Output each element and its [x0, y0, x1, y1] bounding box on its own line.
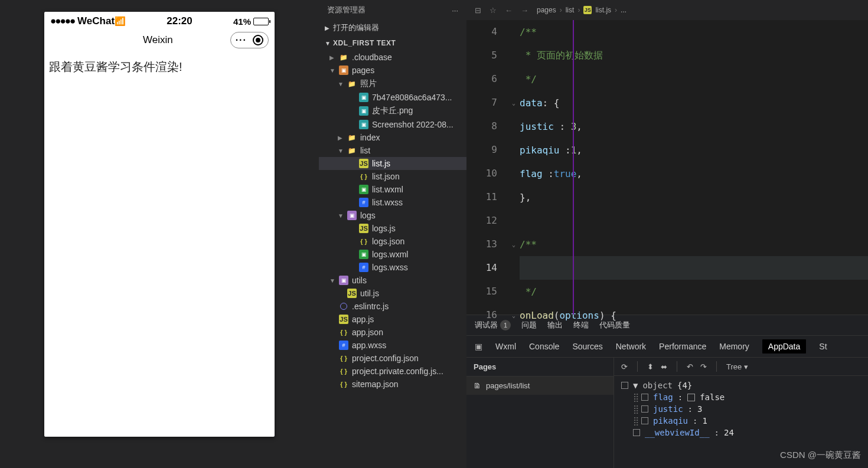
file-util-js[interactable]: JSutil.js	[319, 287, 466, 300]
tab-wxml[interactable]: Wxml	[495, 342, 516, 351]
more-icon[interactable]: ···	[452, 6, 458, 15]
file-list-wxss[interactable]: #list.wxss	[319, 196, 466, 209]
file-image[interactable]: ▣7b47e8086ac6a473...	[319, 91, 466, 104]
explorer-title: 资源管理器	[327, 5, 366, 15]
file-image[interactable]: ▣皮卡丘.png	[319, 104, 466, 118]
battery-status: 41%	[233, 17, 269, 27]
file-logs-json[interactable]: { }logs.json	[319, 235, 466, 248]
tab-more[interactable]: St	[819, 342, 827, 351]
drag-icon[interactable]: ⣿	[633, 404, 637, 414]
close-mini-icon[interactable]	[253, 35, 263, 45]
image-icon: ▣	[359, 93, 368, 102]
line-gutter: 4 5 6 7 8 9 10 11 12 13 14 15 16	[466, 20, 508, 315]
file-logs-js[interactable]: JSlogs.js	[319, 222, 466, 235]
folder-logs[interactable]: ▼▣logs	[319, 209, 466, 222]
explorer-title-bar: 资源管理器 ···	[319, 0, 466, 20]
tab-console[interactable]: Console	[529, 342, 559, 351]
tab-appdata[interactable]: AppData	[762, 339, 806, 354]
folder-index[interactable]: ▶📁index	[319, 131, 466, 144]
bookmark-icon[interactable]: ☆	[490, 6, 497, 15]
pages-header: Pages	[466, 358, 614, 377]
drag-icon[interactable]: ⣿	[633, 416, 637, 426]
eslint-icon	[339, 302, 348, 311]
folder-cloudbase[interactable]: ▶📁.cloudbase	[319, 51, 466, 64]
layout-icon[interactable]: ⊟	[475, 6, 481, 15]
file-sitemap[interactable]: { }sitemap.json	[319, 378, 466, 391]
nav-back-icon[interactable]: ←	[505, 6, 513, 15]
node-icon	[621, 382, 628, 389]
debugger-panel: 调试器1 问题 输出 终端 代码质量 ▣ Wxml Console Source…	[466, 315, 868, 468]
carrier-label: ●●●●● WeChat📶	[50, 15, 126, 27]
file-logs-wxml[interactable]: ▣logs.wxml	[319, 248, 466, 261]
breadcrumb[interactable]: pages› list› JS list.js› ...	[537, 6, 626, 14]
drag-icon[interactable]: ⣿	[633, 392, 637, 402]
app-header: Weixin ···	[44, 28, 275, 54]
node-icon	[641, 405, 648, 413]
folder-icon: 📁	[347, 79, 357, 89]
file-eslintrc[interactable]: .eslintrc.js	[319, 300, 466, 313]
file-image[interactable]: ▣Screenshot 2022-08...	[319, 118, 466, 131]
file-icon: 🗎	[474, 381, 481, 390]
file-list-json[interactable]: { }list.json	[319, 170, 466, 183]
project-root-header[interactable]: ▼XDL_FIRST TEXT	[319, 35, 466, 51]
json-icon: { }	[359, 172, 368, 181]
folder-icon: ▣	[339, 66, 348, 75]
tab-network[interactable]: Network	[616, 342, 646, 351]
page-row[interactable]: 🗎 pages/list/list	[466, 377, 614, 395]
tree-root[interactable]: ▼ object {4}	[621, 379, 861, 391]
file-project-config[interactable]: { }project.config.json	[319, 352, 466, 365]
file-app-json[interactable]: { }app.json	[319, 326, 466, 339]
wxss-icon: #	[359, 198, 368, 207]
file-app-js[interactable]: JSapp.js	[319, 313, 466, 326]
code-area[interactable]: /** * 页面的初始数据 */ data: { justic : 3, pik…	[520, 20, 868, 315]
tab-sources[interactable]: Sources	[572, 342, 602, 351]
capsule-button[interactable]: ···	[230, 32, 269, 48]
more-icon[interactable]: ···	[236, 35, 247, 45]
wxml-icon: ▣	[359, 250, 368, 259]
undo-icon[interactable]: ↶	[687, 362, 693, 371]
file-list-wxml[interactable]: ▣list.wxml	[319, 183, 466, 196]
folder-icon: ▣	[347, 211, 357, 220]
file-list-js[interactable]: JSlist.js	[319, 157, 466, 170]
file-logs-wxss[interactable]: #logs.wxss	[319, 261, 466, 274]
simulator-panel: ●●●●● WeChat📶 22:20 41% Weixin ··· 跟着黄豆酱…	[0, 0, 319, 468]
folder-icon: 📁	[347, 133, 357, 142]
collapse-icon[interactable]: ⬌	[661, 362, 667, 371]
nav-forward-icon[interactable]: →	[521, 6, 528, 15]
appdata-tree[interactable]: ▼ object {4} ⣿ flag: false ⣿ just	[614, 376, 868, 468]
checkbox-icon[interactable]	[687, 394, 695, 401]
file-app-wxss[interactable]: #app.wxss	[319, 339, 466, 352]
explorer-panel: 资源管理器 ··· ▶打开的编辑器 ▼XDL_FIRST TEXT ▶📁.clo…	[319, 0, 466, 468]
js-icon: JS	[359, 159, 368, 168]
fold-column[interactable]: ⌄ ⌄⌄	[508, 20, 520, 315]
wxss-icon: #	[359, 263, 368, 272]
folder-icon: 📁	[347, 146, 357, 155]
folder-utils[interactable]: ▼▣utils	[319, 274, 466, 287]
js-icon: JS	[359, 224, 368, 233]
appdata-toolbar: ⟳ ⬍ ⬌ ↶ ↷ Tree ▾	[614, 358, 868, 376]
app-title: Weixin	[86, 34, 230, 46]
status-bar: ●●●●● WeChat📶 22:20 41%	[44, 12, 275, 28]
expand-icon[interactable]: ⬍	[647, 362, 654, 371]
tree-node-flag[interactable]: ⣿ flag: false	[621, 391, 861, 403]
code-editor[interactable]: 4 5 6 7 8 9 10 11 12 13 14 15 16 ⌄ ⌄⌄ /*…	[466, 20, 868, 315]
folder-pages[interactable]: ▼▣pages	[319, 64, 466, 77]
tab-performance[interactable]: Performance	[659, 342, 706, 351]
image-icon: ▣	[359, 120, 368, 129]
refresh-icon[interactable]: ⟳	[621, 362, 628, 371]
open-editors-header[interactable]: ▶打开的编辑器	[319, 20, 466, 35]
folder-photos[interactable]: ▼📁照片	[319, 77, 466, 91]
redo-icon[interactable]: ↷	[700, 362, 707, 371]
appdata-column: ⟳ ⬍ ⬌ ↶ ↷ Tree ▾ ▼ object {4}	[614, 358, 868, 468]
folder-list[interactable]: ▼📁list	[319, 144, 466, 157]
tab-memory[interactable]: Memory	[719, 342, 749, 351]
tree-node-justic[interactable]: ⣿ justic: 3	[621, 403, 861, 415]
file-project-private[interactable]: { }project.private.config.js...	[319, 365, 466, 378]
tree-node-webviewid[interactable]: __webviewId__: 24	[621, 427, 861, 438]
folder-icon: ▣	[339, 276, 348, 285]
image-icon: ▣	[359, 106, 368, 116]
tree-node-pikaqiu[interactable]: ⣿ pikaqiu: 1	[621, 415, 861, 427]
debugger-body: Pages 🗎 pages/list/list ⟳ ⬍ ⬌ ↶ ↷ Tree ▾	[466, 358, 868, 468]
inspect-element-icon[interactable]: ▣	[475, 342, 482, 351]
view-mode-select[interactable]: Tree ▾	[726, 362, 748, 371]
